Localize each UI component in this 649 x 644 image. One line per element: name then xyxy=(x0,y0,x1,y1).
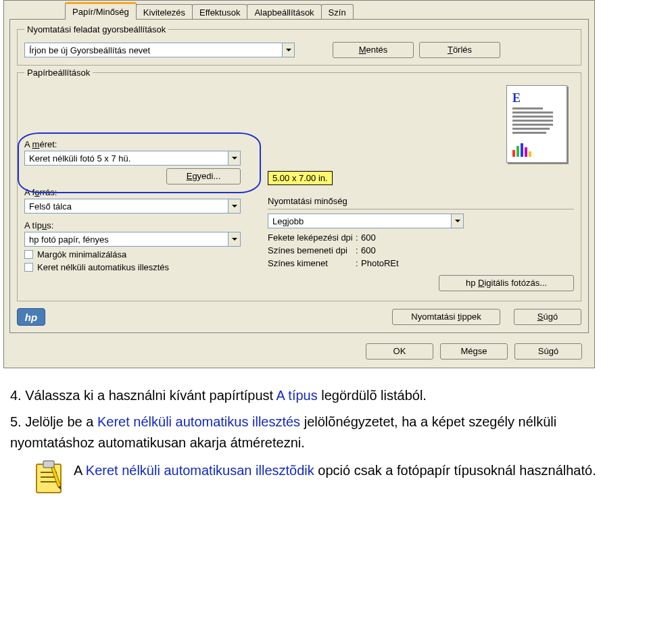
group-title: Papírbeállítások xyxy=(24,68,93,78)
combo-text: hp fotó papír, fényes xyxy=(25,234,228,245)
quality-info: Fekete leképezési dpi : 600 Színes bemen… xyxy=(268,232,574,268)
chevron-down-icon[interactable] xyxy=(282,43,294,57)
source-combo[interactable]: Felső tálca xyxy=(24,199,241,214)
cancel-button[interactable]: Mégse xyxy=(440,343,508,360)
term-borderless-auto: Keret nélküli automatikusan illesztõdik xyxy=(86,463,314,478)
hp-logo-icon: hp xyxy=(17,308,45,326)
delete-button[interactable]: Törlés xyxy=(419,42,500,58)
svg-rect-1 xyxy=(43,461,54,468)
tab-finishing[interactable]: Kivitelezés xyxy=(136,4,193,20)
term-a-tipus: A típus xyxy=(277,388,318,403)
tab-label: Kivitelezés xyxy=(143,7,185,18)
print-settings-dialog: Papír/Minőség Kivitelezés Effektusok Ala… xyxy=(3,0,595,368)
tab-panel: Nyomtatási feladat gyorsbeállítások Írjo… xyxy=(9,19,589,333)
tab-strip: Papír/Minőség Kivitelezés Effektusok Ala… xyxy=(4,1,594,20)
type-combo[interactable]: hp fotó papír, fényes xyxy=(24,232,241,247)
combo-text: Írjon be új Gyorsbeállítás nevet xyxy=(25,45,282,55)
combo-text: Keret nélküli fotó 5 x 7 hü. xyxy=(25,153,228,164)
custom-size-button[interactable]: Egyedi... xyxy=(166,168,241,184)
info-value: PhotoREt xyxy=(361,258,574,268)
tab-effects[interactable]: Effektusok xyxy=(192,4,247,20)
quality-combo[interactable]: Legjobb xyxy=(268,214,464,228)
group-title: Nyomtatási feladat gyorsbeállítások xyxy=(24,24,168,34)
combo-text: Legjobb xyxy=(268,216,451,226)
dialog-footer: OK Mégse Súgó xyxy=(4,339,594,362)
checkbox-icon xyxy=(24,263,33,272)
info-value: 600 xyxy=(361,232,574,243)
type-label: A típus: xyxy=(24,220,254,230)
tab-label: Alapbeállítások xyxy=(254,7,314,18)
help-button[interactable]: Súgó xyxy=(514,309,581,325)
checkbox-label: Keret nélküli automatikus illesztés xyxy=(37,262,169,272)
tab-basics[interactable]: Alapbeállítások xyxy=(247,4,321,20)
tab-label: Szín xyxy=(329,7,346,18)
help-button-footer[interactable]: Súgó xyxy=(514,343,582,360)
combo-text: Felső tálca xyxy=(25,201,228,212)
save-button[interactable]: Mentés xyxy=(333,42,414,58)
ok-button[interactable]: OK xyxy=(366,343,433,360)
info-label: Fekete leképezési dpi xyxy=(268,232,356,243)
chevron-down-icon[interactable] xyxy=(228,151,240,165)
note-block: A Keret nélküli automatikusan illesztõdi… xyxy=(10,460,622,494)
tab-label: Effektusok xyxy=(199,7,240,18)
group-paper-settings: Papírbeállítások A méret: Keret nélküli … xyxy=(17,72,581,301)
note-clipboard-icon xyxy=(34,460,64,494)
size-combo[interactable]: Keret nélküli fotó 5 x 7 hü. xyxy=(24,151,241,166)
checkbox-icon xyxy=(24,250,33,259)
dimensions-badge: 5.00 x 7.00 in. xyxy=(268,171,333,185)
tab-color[interactable]: Szín xyxy=(321,4,354,20)
source-label: A forrás: xyxy=(24,187,254,197)
chevron-down-icon[interactable] xyxy=(228,199,240,213)
info-value: 600 xyxy=(361,245,574,255)
info-label: Színes kimenet xyxy=(268,258,356,268)
chevron-down-icon[interactable] xyxy=(451,214,463,228)
group-quick-settings: Nyomtatási feladat gyorsbeállítások Írjo… xyxy=(17,29,581,66)
digital-photo-button[interactable]: hp Digitális fotózás... xyxy=(439,275,574,291)
borderless-autofit-checkbox[interactable]: Keret nélküli automatikus illesztés xyxy=(24,262,254,272)
instruction-text: 4. Válassza ki a használni kívánt papírt… xyxy=(0,368,649,507)
left-column: A méret: Keret nélküli fotó 5 x 7 hü. Eg… xyxy=(24,85,254,291)
page-preview-icon: E xyxy=(506,85,567,163)
chevron-down-icon[interactable] xyxy=(228,232,240,246)
minimize-margins-checkbox[interactable]: Margók minimalizálása xyxy=(24,249,254,259)
checkbox-label: Margók minimalizálása xyxy=(37,249,126,259)
quickset-name-combo[interactable]: Írjon be új Gyorsbeállítás nevet xyxy=(24,43,295,57)
size-label: A méret: xyxy=(24,139,254,149)
tab-label: Papír/Minőség xyxy=(72,7,129,17)
print-tips-button[interactable]: Nyomtatási tippek xyxy=(392,309,500,325)
quality-group-label: Nyomtatási minőség xyxy=(268,196,574,206)
info-label: Színes bemeneti dpi xyxy=(268,245,356,255)
tab-paper-quality[interactable]: Papír/Minőség xyxy=(65,2,137,20)
term-borderless-autofit: Keret nélküli automatikus illesztés xyxy=(97,414,300,429)
right-column: E xyxy=(268,85,574,291)
